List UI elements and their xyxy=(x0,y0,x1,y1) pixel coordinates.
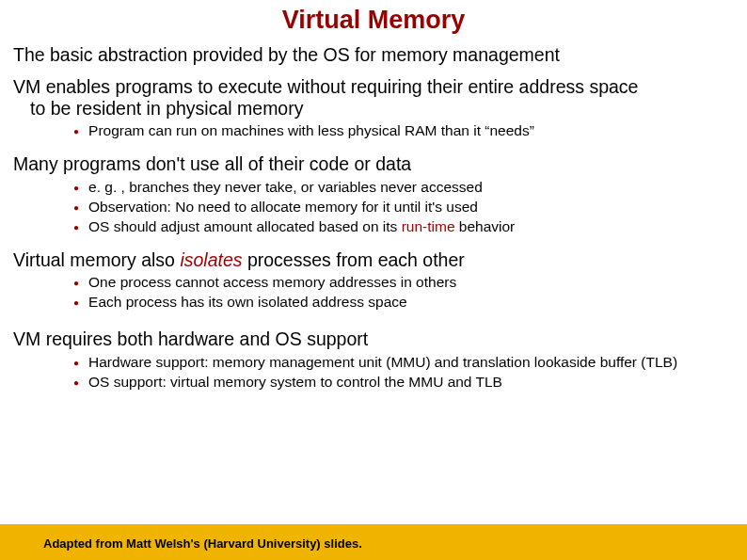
list-item: ● OS support: virtual memory system to c… xyxy=(73,374,734,392)
list-text: OS support: virtual memory system to con… xyxy=(88,374,502,392)
text: behavior xyxy=(455,218,516,234)
list-item: ● One process cannot access memory addre… xyxy=(73,274,734,292)
footer-credit: Adapted from Matt Welsh's (Harvard Unive… xyxy=(43,536,362,551)
slide: Virtual Memory The basic abstraction pro… xyxy=(0,0,747,560)
text: Virtual memory also xyxy=(13,249,180,270)
sub-list: ● Program can run on machines with less … xyxy=(73,122,734,140)
requires-para: VM requires both hardware and OS support xyxy=(13,328,734,349)
sub-list: ● e. g. , branches they never take, or v… xyxy=(73,179,734,236)
bullet-icon: ● xyxy=(73,123,79,140)
bullet-icon: ● xyxy=(73,295,79,312)
list-item: ● Program can run on machines with less … xyxy=(73,122,734,140)
programs-dont-use-para: Many programs don't use all of their cod… xyxy=(13,153,734,174)
bullet-icon: ● xyxy=(73,275,79,292)
footer-bar: Adapted from Matt Welsh's (Harvard Unive… xyxy=(0,524,747,560)
text: VM enables programs to execute without r… xyxy=(13,76,638,97)
accent-text: run-time xyxy=(402,218,455,234)
sub-list: ● One process cannot access memory addre… xyxy=(73,274,734,312)
slide-title: Virtual Memory xyxy=(0,0,747,39)
intro-para: The basic abstraction provided by the OS… xyxy=(13,44,734,65)
list-text: Program can run on machines with less ph… xyxy=(88,122,534,140)
accent-text: isolates xyxy=(180,249,242,270)
list-text: e. g. , branches they never take, or var… xyxy=(88,179,483,197)
text: processes from each other xyxy=(243,249,465,270)
bullet-icon: ● xyxy=(73,180,79,197)
text: OS should adjust amount allocated based … xyxy=(88,218,402,234)
list-item: ● Each process has its own isolated addr… xyxy=(73,294,734,312)
isolates-para: Virtual memory also isolates processes f… xyxy=(13,249,734,270)
bullet-icon: ● xyxy=(73,200,79,216)
list-item: ● OS should adjust amount allocated base… xyxy=(73,218,734,236)
list-text: Each process has its own isolated addres… xyxy=(88,294,407,312)
list-item: ● Hardware support: memory management un… xyxy=(73,354,734,372)
bullet-icon: ● xyxy=(73,355,79,372)
bullet-icon: ● xyxy=(73,219,79,236)
vm-enables-para: VM enables programs to execute without r… xyxy=(13,76,734,119)
sub-list: ● Hardware support: memory management un… xyxy=(73,354,734,392)
bullet-icon: ● xyxy=(73,375,79,392)
list-text: Hardware support: memory management unit… xyxy=(88,354,677,372)
list-text: Observation: No need to allocate memory … xyxy=(88,199,478,216)
list-item: ● e. g. , branches they never take, or v… xyxy=(73,179,734,197)
list-text: One process cannot access memory address… xyxy=(88,274,456,292)
list-text: OS should adjust amount allocated based … xyxy=(88,218,515,236)
list-item: ● Observation: No need to allocate memor… xyxy=(73,199,734,216)
text: to be resident in physical memory xyxy=(13,98,303,119)
slide-body: The basic abstraction provided by the OS… xyxy=(0,44,747,392)
